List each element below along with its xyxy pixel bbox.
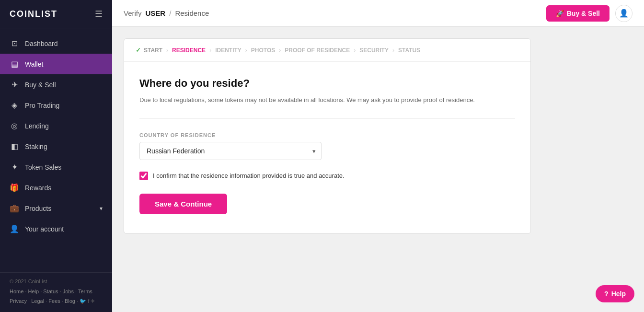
sidebar-item-products[interactable]: 💼 Products ▾ [0,198,112,219]
products-icon: 💼 [10,204,19,213]
step-status[interactable]: STATUS [398,47,420,54]
pro-trading-icon: ◈ [10,101,19,110]
step-status-label: STATUS [398,47,420,54]
sidebar-item-label-token-sales: Token Sales [25,163,61,171]
buy-sell-label: Buy & Sell [567,10,600,17]
sidebar-item-staking[interactable]: ◧ Staking [0,136,112,157]
buy-sell-icon: 🚀 [556,10,564,17]
sidebar-item-rewards[interactable]: 🎁 Rewards [0,177,112,198]
content-area: ✓ START › RESIDENCE › IDENTITY › PHOTOS … [112,27,644,312]
rewards-icon: 🎁 [10,183,19,192]
logo-text: COINLIST [10,9,58,19]
sidebar-item-label-pro-trading: Pro Trading [25,102,59,109]
step-identity-label: IDENTITY [215,47,242,54]
confirmation-checkbox-row: I confirm that the residence information… [139,172,515,180]
step-sep-5: › [354,47,356,54]
footer-link-fees[interactable]: Fees [48,298,60,304]
breadcrumb-verify: Verify [124,9,142,17]
sidebar-footer: © 2021 CoinList Home · Help · Status · J… [0,272,112,312]
breadcrumb-separator: / [169,9,171,17]
sidebar-item-lending[interactable]: ◎ Lending [0,116,112,136]
form-title: Where do you reside? [139,77,515,90]
sidebar: COINLIST ☰ ⊡ Dashboard ▤ Wallet ✈ Buy & … [0,0,112,312]
topbar: Verify USER / Residence 🚀 Buy & Sell 👤 [112,0,644,27]
step-proof-of-residence[interactable]: PROOF OF RESIDENCE [285,47,350,54]
copyright: © 2021 CoinList [10,278,103,284]
main-content: Verify USER / Residence 🚀 Buy & Sell 👤 ✓… [112,0,644,312]
sidebar-item-label-wallet: Wallet [25,60,43,68]
footer-link-terms[interactable]: Terms [78,289,92,294]
country-label: COUNTRY OF RESIDENCE [139,132,515,138]
footer-link-legal[interactable]: Legal [31,298,44,304]
footer-link-blog[interactable]: Blog [65,298,75,304]
sidebar-item-buy-sell[interactable]: ✈ Buy & Sell [0,74,112,95]
sidebar-item-label-dashboard: Dashboard [25,40,58,47]
buy-sell-icon: ✈ [10,80,19,89]
sidebar-item-token-sales[interactable]: ✦ Token Sales [0,157,112,177]
step-start-label: START [144,47,162,54]
step-residence[interactable]: RESIDENCE [172,47,206,54]
help-label: Help [611,290,626,298]
sidebar-item-dashboard[interactable]: ⊡ Dashboard [0,33,112,54]
breadcrumb-user: USER [146,9,166,17]
sidebar-nav: ⊡ Dashboard ▤ Wallet ✈ Buy & Sell ◈ Pro … [0,28,112,272]
footer-link-privacy[interactable]: Privacy [10,298,27,304]
country-select-wrapper: Russian FederationUnited StatesUnited Ki… [139,142,322,160]
sidebar-item-label-your-account: Your account [25,225,64,233]
confirmation-checkbox[interactable] [139,172,148,180]
step-start[interactable]: ✓ START [136,46,162,54]
verification-card: ✓ START › RESIDENCE › IDENTITY › PHOTOS … [124,38,531,234]
sidebar-item-label-staking: Staking [25,143,47,150]
step-start-check: ✓ [136,46,141,54]
topbar-actions: 🚀 Buy & Sell 👤 [546,5,632,22]
chevron-icon-products: ▾ [100,205,103,212]
step-security-label: SECURITY [359,47,389,54]
footer-link-home[interactable]: Home [10,289,23,294]
sidebar-item-label-buy-sell: Buy & Sell [25,81,56,89]
help-icon: ? [604,290,609,298]
step-photos-label: PHOTOS [251,47,275,54]
footer-social-telegram[interactable]: ✈ [91,298,95,304]
step-proof-label: PROOF OF RESIDENCE [285,47,350,54]
form-description: Due to local regulations, some tokens ma… [139,95,489,105]
footer-link-help[interactable]: Help [28,289,39,294]
step-sep-4: › [279,47,281,54]
your-account-icon: 👤 [10,224,19,233]
save-continue-button[interactable]: Save & Continue [139,194,227,214]
footer-social-facebook[interactable]: f [88,298,89,304]
step-security[interactable]: SECURITY [359,47,389,54]
step-identity[interactable]: IDENTITY [215,47,242,54]
footer-link-status[interactable]: Status [43,289,58,294]
help-button[interactable]: ? Help [596,285,634,302]
sidebar-logo: COINLIST ☰ [0,0,112,28]
user-account-button[interactable]: 👤 [615,5,632,22]
breadcrumb-page: Residence [175,9,209,17]
sidebar-item-label-lending: Lending [25,122,49,130]
footer-social-twitter[interactable]: 🐦 [80,298,86,304]
step-photos[interactable]: PHOTOS [251,47,275,54]
checkbox-label: I confirm that the residence information… [153,172,345,179]
sidebar-item-label-products: Products [25,205,51,212]
step-sep-3: › [245,47,247,54]
wallet-icon: ▤ [10,59,19,69]
form-area: Where do you reside? Due to local regula… [124,62,530,233]
step-sep-2: › [209,47,211,54]
step-residence-label: RESIDENCE [172,47,206,54]
token-sales-icon: ✦ [10,162,19,172]
breadcrumb: Verify USER / Residence [124,9,546,17]
lending-icon: ◎ [10,121,19,130]
dashboard-icon: ⊡ [10,39,19,48]
sidebar-item-pro-trading[interactable]: ◈ Pro Trading [0,95,112,116]
buy-sell-button[interactable]: 🚀 Buy & Sell [546,5,610,22]
sidebar-item-label-rewards: Rewards [25,184,51,192]
form-divider [139,118,515,119]
footer-link-jobs[interactable]: Jobs [63,289,74,294]
staking-icon: ◧ [10,142,19,151]
country-field: COUNTRY OF RESIDENCE Russian FederationU… [139,132,515,160]
sidebar-item-your-account[interactable]: 👤 Your account [0,219,112,239]
menu-icon[interactable]: ☰ [95,9,103,19]
step-sep-1: › [166,47,168,54]
country-select[interactable]: Russian FederationUnited StatesUnited Ki… [139,142,322,160]
sidebar-item-wallet[interactable]: ▤ Wallet [0,54,112,74]
steps-bar: ✓ START › RESIDENCE › IDENTITY › PHOTOS … [124,39,530,62]
